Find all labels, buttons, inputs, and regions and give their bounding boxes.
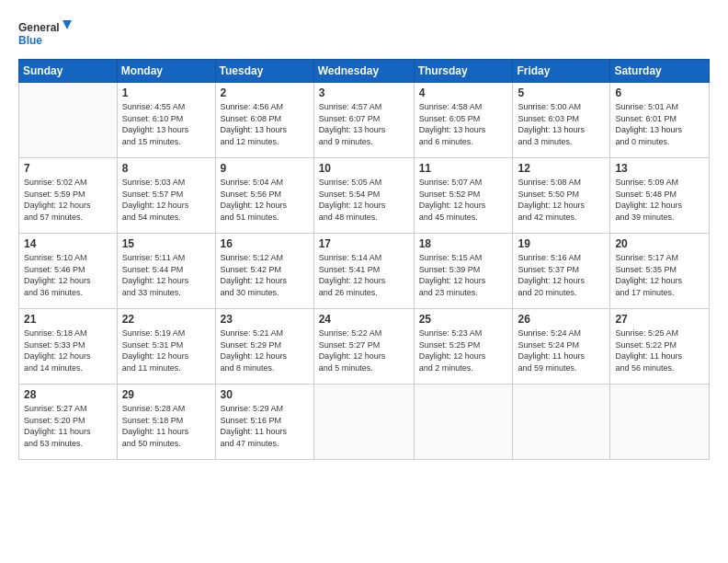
calendar-cell: 18Sunrise: 5:15 AM Sunset: 5:39 PM Dayli… <box>414 234 513 309</box>
day-number: 8 <box>122 162 210 175</box>
day-info: Sunrise: 5:25 AM Sunset: 5:22 PM Dayligh… <box>615 327 704 373</box>
weekday-header: Tuesday <box>215 60 313 83</box>
day-info: Sunrise: 5:07 AM Sunset: 5:52 PM Dayligh… <box>419 177 508 223</box>
day-info: Sunrise: 5:12 AM Sunset: 5:42 PM Dayligh… <box>221 252 309 298</box>
day-info: Sunrise: 5:04 AM Sunset: 5:56 PM Dayligh… <box>221 177 309 223</box>
page-header: General Blue <box>18 17 710 52</box>
day-number: 18 <box>419 237 508 250</box>
calendar-cell: 22Sunrise: 5:19 AM Sunset: 5:31 PM Dayli… <box>117 309 215 385</box>
day-number: 16 <box>221 237 309 250</box>
calendar-cell <box>19 83 118 158</box>
day-number: 27 <box>615 313 704 326</box>
weekday-header: Thursday <box>414 60 513 83</box>
day-info: Sunrise: 4:56 AM Sunset: 6:08 PM Dayligh… <box>221 101 309 147</box>
calendar-cell: 9Sunrise: 5:04 AM Sunset: 5:56 PM Daylig… <box>215 158 313 234</box>
calendar-cell: 13Sunrise: 5:09 AM Sunset: 5:48 PM Dayli… <box>610 158 710 234</box>
day-number: 7 <box>24 162 112 175</box>
day-number: 1 <box>122 86 210 99</box>
day-info: Sunrise: 4:57 AM Sunset: 6:07 PM Dayligh… <box>319 101 409 147</box>
calendar-cell: 5Sunrise: 5:00 AM Sunset: 6:03 PM Daylig… <box>513 83 610 158</box>
calendar-week-row: 14Sunrise: 5:10 AM Sunset: 5:46 PM Dayli… <box>19 234 710 309</box>
day-info: Sunrise: 4:55 AM Sunset: 6:10 PM Dayligh… <box>122 101 210 147</box>
day-number: 22 <box>122 313 210 326</box>
day-number: 13 <box>615 162 704 175</box>
day-number: 12 <box>518 162 605 175</box>
day-info: Sunrise: 5:18 AM Sunset: 5:33 PM Dayligh… <box>24 327 112 373</box>
day-number: 23 <box>221 313 309 326</box>
day-number: 24 <box>319 313 409 326</box>
day-info: Sunrise: 5:23 AM Sunset: 5:25 PM Dayligh… <box>419 327 508 373</box>
calendar-cell: 17Sunrise: 5:14 AM Sunset: 5:41 PM Dayli… <box>313 234 414 309</box>
day-info: Sunrise: 4:58 AM Sunset: 6:05 PM Dayligh… <box>419 101 508 147</box>
calendar-cell: 6Sunrise: 5:01 AM Sunset: 6:01 PM Daylig… <box>610 83 710 158</box>
day-info: Sunrise: 5:19 AM Sunset: 5:31 PM Dayligh… <box>122 327 210 373</box>
calendar-cell: 20Sunrise: 5:17 AM Sunset: 5:35 PM Dayli… <box>610 234 710 309</box>
calendar-cell: 27Sunrise: 5:25 AM Sunset: 5:22 PM Dayli… <box>610 309 710 385</box>
day-info: Sunrise: 5:14 AM Sunset: 5:41 PM Dayligh… <box>319 252 409 298</box>
calendar-header-row: SundayMondayTuesdayWednesdayThursdayFrid… <box>19 60 710 83</box>
calendar-cell: 14Sunrise: 5:10 AM Sunset: 5:46 PM Dayli… <box>19 234 118 309</box>
weekday-header: Monday <box>117 60 215 83</box>
logo: General Blue <box>18 17 74 52</box>
calendar-cell: 4Sunrise: 4:58 AM Sunset: 6:05 PM Daylig… <box>414 83 513 158</box>
calendar-cell: 28Sunrise: 5:27 AM Sunset: 5:20 PM Dayli… <box>19 385 118 460</box>
day-number: 6 <box>615 86 704 99</box>
day-number: 11 <box>419 162 508 175</box>
calendar-cell: 29Sunrise: 5:28 AM Sunset: 5:18 PM Dayli… <box>117 385 215 460</box>
calendar-cell: 21Sunrise: 5:18 AM Sunset: 5:33 PM Dayli… <box>19 309 118 385</box>
day-number: 26 <box>518 313 605 326</box>
logo-svg: General Blue <box>18 17 74 52</box>
calendar-week-row: 1Sunrise: 4:55 AM Sunset: 6:10 PM Daylig… <box>19 83 710 158</box>
day-number: 4 <box>419 86 508 99</box>
calendar-cell: 26Sunrise: 5:24 AM Sunset: 5:24 PM Dayli… <box>513 309 610 385</box>
calendar-cell <box>513 385 610 460</box>
day-number: 14 <box>24 237 112 250</box>
calendar-cell: 1Sunrise: 4:55 AM Sunset: 6:10 PM Daylig… <box>117 83 215 158</box>
day-info: Sunrise: 5:28 AM Sunset: 5:18 PM Dayligh… <box>122 403 210 449</box>
day-number: 28 <box>24 388 112 401</box>
day-number: 19 <box>518 237 605 250</box>
calendar-cell: 19Sunrise: 5:16 AM Sunset: 5:37 PM Dayli… <box>513 234 610 309</box>
day-number: 10 <box>319 162 409 175</box>
day-number: 15 <box>122 237 210 250</box>
svg-text:General: General <box>18 21 60 34</box>
weekday-header: Wednesday <box>313 60 414 83</box>
svg-marker-2 <box>63 20 72 29</box>
calendar-week-row: 7Sunrise: 5:02 AM Sunset: 5:59 PM Daylig… <box>19 158 710 234</box>
calendar-cell: 3Sunrise: 4:57 AM Sunset: 6:07 PM Daylig… <box>313 83 414 158</box>
calendar-cell: 16Sunrise: 5:12 AM Sunset: 5:42 PM Dayli… <box>215 234 313 309</box>
weekday-header: Sunday <box>19 60 118 83</box>
day-info: Sunrise: 5:11 AM Sunset: 5:44 PM Dayligh… <box>122 252 210 298</box>
day-info: Sunrise: 5:10 AM Sunset: 5:46 PM Dayligh… <box>24 252 112 298</box>
day-info: Sunrise: 5:27 AM Sunset: 5:20 PM Dayligh… <box>24 403 112 449</box>
calendar-cell: 10Sunrise: 5:05 AM Sunset: 5:54 PM Dayli… <box>313 158 414 234</box>
calendar-cell: 7Sunrise: 5:02 AM Sunset: 5:59 PM Daylig… <box>19 158 118 234</box>
calendar-week-row: 28Sunrise: 5:27 AM Sunset: 5:20 PM Dayli… <box>19 385 710 460</box>
calendar-cell <box>610 385 710 460</box>
calendar-cell: 15Sunrise: 5:11 AM Sunset: 5:44 PM Dayli… <box>117 234 215 309</box>
calendar-cell <box>313 385 414 460</box>
day-info: Sunrise: 5:01 AM Sunset: 6:01 PM Dayligh… <box>615 101 704 147</box>
day-info: Sunrise: 5:17 AM Sunset: 5:35 PM Dayligh… <box>615 252 704 298</box>
calendar-cell: 23Sunrise: 5:21 AM Sunset: 5:29 PM Dayli… <box>215 309 313 385</box>
day-number: 5 <box>518 86 605 99</box>
day-info: Sunrise: 5:05 AM Sunset: 5:54 PM Dayligh… <box>319 177 409 223</box>
day-info: Sunrise: 5:22 AM Sunset: 5:27 PM Dayligh… <box>319 327 409 373</box>
weekday-header: Saturday <box>610 60 710 83</box>
day-info: Sunrise: 5:29 AM Sunset: 5:16 PM Dayligh… <box>221 403 309 449</box>
day-number: 21 <box>24 313 112 326</box>
day-info: Sunrise: 5:24 AM Sunset: 5:24 PM Dayligh… <box>518 327 605 373</box>
calendar-cell: 2Sunrise: 4:56 AM Sunset: 6:08 PM Daylig… <box>215 83 313 158</box>
day-info: Sunrise: 5:21 AM Sunset: 5:29 PM Dayligh… <box>221 327 309 373</box>
day-number: 2 <box>221 86 309 99</box>
day-number: 20 <box>615 237 704 250</box>
day-info: Sunrise: 5:16 AM Sunset: 5:37 PM Dayligh… <box>518 252 605 298</box>
day-info: Sunrise: 5:09 AM Sunset: 5:48 PM Dayligh… <box>615 177 704 223</box>
day-number: 29 <box>122 388 210 401</box>
calendar-table: SundayMondayTuesdayWednesdayThursdayFrid… <box>18 59 710 460</box>
calendar-cell: 8Sunrise: 5:03 AM Sunset: 5:57 PM Daylig… <box>117 158 215 234</box>
calendar-cell: 30Sunrise: 5:29 AM Sunset: 5:16 PM Dayli… <box>215 385 313 460</box>
day-info: Sunrise: 5:15 AM Sunset: 5:39 PM Dayligh… <box>419 252 508 298</box>
calendar-cell: 12Sunrise: 5:08 AM Sunset: 5:50 PM Dayli… <box>513 158 610 234</box>
calendar-week-row: 21Sunrise: 5:18 AM Sunset: 5:33 PM Dayli… <box>19 309 710 385</box>
